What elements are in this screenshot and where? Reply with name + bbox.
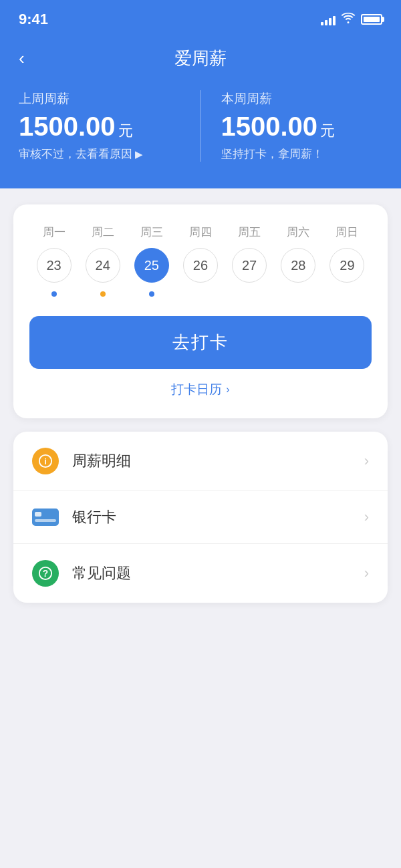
day-label: 周一 [43,225,65,240]
day-col-27[interactable]: 周五27 [225,225,274,297]
battery-icon [361,14,382,25]
status-icons [321,13,382,27]
day-circle[interactable]: 24 [86,248,120,283]
salary-detail-label: 周薪明细 [72,451,364,471]
day-label: 周六 [287,225,309,240]
faq-icon: ? [32,560,59,587]
salary-detail-arrow: › [364,452,369,470]
calendar-link-arrow: › [226,384,229,396]
faq-arrow: › [364,565,369,582]
day-col-28[interactable]: 周六28 [274,225,323,297]
bank-card-icon [32,509,59,526]
day-circle[interactable]: 28 [281,248,315,283]
faq-label: 常见问题 [72,563,364,583]
signal-icon [321,13,336,25]
header: ‹ 爱周薪 [0,36,401,84]
day-col-24[interactable]: 周二24 [78,225,127,297]
week-calendar: 周一23周二24周三25周四26周五27周六28周日29 [29,225,372,297]
day-col-26[interactable]: 周四26 [176,225,225,297]
this-week-amount: 1500.00元 [221,113,383,140]
menu-item-faq[interactable]: ? 常见问题 › [13,544,388,603]
day-circle[interactable]: 23 [37,248,72,283]
svg-text:?: ? [43,569,48,579]
back-button[interactable]: ‹ [19,48,25,69]
day-circle[interactable]: 29 [329,248,364,283]
status-bar: 9:41 [0,0,401,36]
day-label: 周五 [238,225,261,240]
menu-card: i 周薪明细 › 银行卡 › ? 常见问题 › [13,432,388,603]
last-week-salary: 上周周薪 1500.00元 审核不过，去看看原因 ▶ [19,90,201,162]
day-dot [51,291,57,297]
day-dot-row [100,291,106,297]
menu-item-salary-detail[interactable]: i 周薪明细 › [13,432,388,491]
last-week-sub[interactable]: 审核不过，去看看原因 ▶ [19,146,180,162]
calendar-link[interactable]: 打卡日历 › [29,381,372,398]
page-title: 爱周薪 [174,47,227,70]
menu-item-bank-card[interactable]: 银行卡 › [13,491,388,544]
day-dot-row [149,291,154,297]
day-label: 周日 [336,225,358,240]
status-time: 9:41 [19,11,48,28]
day-circle[interactable]: 27 [232,248,267,283]
day-label: 周四 [189,225,212,240]
svg-text:i: i [44,456,47,466]
day-label: 周二 [92,225,114,240]
last-week-amount: 1500.00元 [19,113,180,140]
day-col-23[interactable]: 周一23 [29,225,78,297]
bank-card-label: 银行卡 [72,507,364,527]
wifi-icon [341,13,356,27]
bank-card-arrow: › [364,509,369,526]
day-col-25[interactable]: 周三25 [127,225,176,297]
this-week-label: 本周周薪 [221,90,383,108]
last-week-label: 上周周薪 [19,90,180,108]
checkin-button[interactable]: 去打卡 [29,316,372,369]
this-week-salary: 本周周薪 1500.00元 坚持打卡，拿周薪！ [201,90,383,162]
salary-section: 上周周薪 1500.00元 审核不过，去看看原因 ▶ 本周周薪 1500.00元… [0,84,401,188]
this-week-sub: 坚持打卡，拿周薪！ [221,146,383,162]
calendar-card: 周一23周二24周三25周四26周五27周六28周日29 去打卡 打卡日历 › [13,204,388,418]
main-content: 周一23周二24周三25周四26周五27周六28周日29 去打卡 打卡日历 › … [0,188,401,619]
last-week-arrow: ▶ [135,148,143,160]
salary-detail-icon: i [32,448,59,474]
day-dot [100,291,106,297]
day-circle[interactable]: 26 [183,248,218,283]
day-col-29[interactable]: 周日29 [323,225,372,297]
day-label: 周三 [140,225,163,240]
day-dot [149,291,154,297]
day-dot-row [51,291,57,297]
day-circle[interactable]: 25 [134,248,169,283]
